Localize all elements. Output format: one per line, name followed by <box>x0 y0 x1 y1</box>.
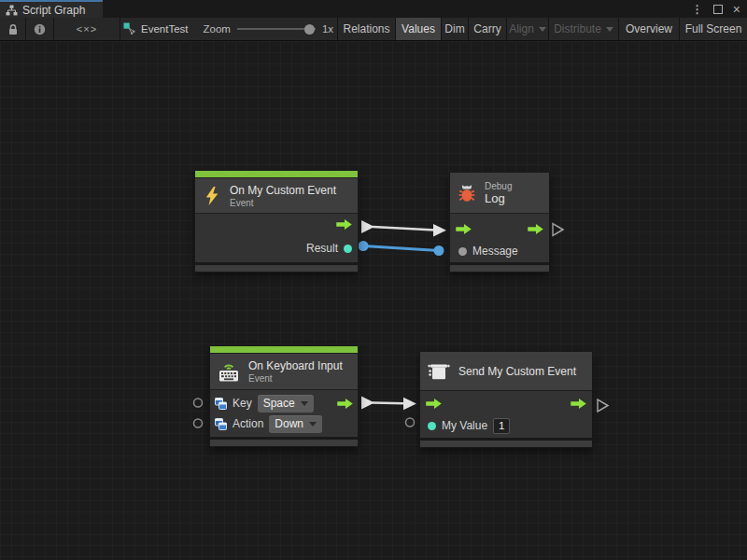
my-value-input[interactable]: 1 <box>493 418 510 434</box>
node-footer <box>450 262 549 272</box>
tab-script-graph[interactable]: Script Graph <box>0 0 103 18</box>
node-debug-log[interactable]: Debug Log Message <box>449 172 550 273</box>
node-title: On My Custom Event <box>230 184 336 197</box>
graph-reference-section: EventTest Zoom 1x <box>120 18 337 40</box>
fullscreen-label: Full Screen <box>685 22 742 35</box>
relations-label: Relations <box>343 22 389 35</box>
chevron-down-icon <box>606 27 613 32</box>
port-label: Result <box>306 242 338 255</box>
port-label: Action <box>233 417 263 430</box>
unconnected-port-circle-key[interactable] <box>194 399 203 407</box>
graph-hierarchy-icon <box>6 5 18 16</box>
dropdown-caret-icon <box>301 401 308 406</box>
node-on-keyboard-input[interactable]: On Keyboard Input Event Key Space Action <box>209 345 359 447</box>
my-value-text: 1 <box>499 420 504 431</box>
toolbar-button-fullscreen[interactable]: Full Screen <box>680 18 747 40</box>
zoom-slider[interactable] <box>237 18 316 40</box>
value-port-dot <box>458 247 467 256</box>
toolbar-button-carry[interactable]: Carry <box>469 18 506 40</box>
event-accent-bar <box>210 346 358 354</box>
lock-button[interactable] <box>0 18 25 40</box>
toolbar-button-dim[interactable]: Dim <box>442 18 468 40</box>
event-accent-bar <box>195 171 358 178</box>
toolbar-button-overview[interactable]: Overview <box>619 18 679 40</box>
info-icon <box>34 23 46 35</box>
keyboard-icon <box>217 360 241 383</box>
exec-continuation-triangle[interactable] <box>553 224 563 236</box>
align-label: Align <box>509 22 534 35</box>
action-dropdown-value: Down <box>275 417 303 430</box>
tab-bar: Script Graph ⋮ × <box>0 0 747 18</box>
node-subtitle: Event <box>248 373 343 384</box>
value-port-dot <box>428 422 436 430</box>
window-menu-icon[interactable]: ⋮ <box>692 3 703 16</box>
exec-input-port[interactable] <box>426 399 442 409</box>
chevron-down-icon <box>539 27 546 32</box>
enum-icon <box>215 398 227 410</box>
exec-output-port[interactable] <box>571 399 586 409</box>
unconnected-port-circle-myvalue[interactable] <box>406 418 415 427</box>
overview-label: Overview <box>626 22 672 35</box>
close-icon[interactable]: × <box>733 3 740 16</box>
value-wire-result-to-message[interactable] <box>359 241 444 256</box>
port-label: Key <box>233 397 252 410</box>
zoom-label: Zoom <box>204 23 231 35</box>
node-send-my-custom-event[interactable]: Send My Custom Event My Value 1 <box>419 351 593 448</box>
toolbar-button-relations[interactable]: Relations <box>338 18 395 40</box>
exec-wire-keyboard-to-send[interactable] <box>361 397 416 411</box>
window-controls: ⋮ × <box>692 0 740 18</box>
port-label: Message <box>472 245 518 258</box>
lock-icon <box>7 23 19 35</box>
dropdown-caret-icon <box>309 422 317 427</box>
node-kicker: Debug <box>485 181 512 191</box>
toolbar-button-values[interactable]: Values <box>396 18 441 40</box>
port-row-key: Key Space <box>215 393 314 413</box>
zoom-value: 1x <box>322 23 333 35</box>
node-subtitle: Event <box>230 198 336 208</box>
script-graph-window: Script Graph ⋮ × <×> <box>0 0 747 560</box>
node-on-my-custom-event[interactable]: On My Custom Event Event Result <box>194 170 359 273</box>
exec-output-port[interactable] <box>336 219 352 230</box>
exec-input-port[interactable] <box>456 224 472 234</box>
key-dropdown[interactable]: Space <box>258 395 314 413</box>
exec-output-port[interactable] <box>528 224 543 234</box>
edit-source-button[interactable]: <×> <box>54 18 120 40</box>
graph-name[interactable]: EventTest <box>141 23 189 35</box>
node-footer <box>195 262 358 272</box>
custom-event-icon <box>427 359 451 384</box>
port-row-action: Action Down <box>215 413 322 434</box>
value-input-port-message[interactable]: Message <box>458 245 518 258</box>
exec-continuation-triangle[interactable] <box>598 399 608 412</box>
action-dropdown[interactable]: Down <box>269 415 322 433</box>
toolbar-button-distribute[interactable]: Distribute <box>549 18 618 40</box>
code-icon: <×> <box>77 23 97 35</box>
distribute-label: Distribute <box>554 22 601 35</box>
maximize-icon[interactable] <box>713 5 723 14</box>
lightning-bolt-icon <box>202 186 222 206</box>
graph-canvas[interactable]: On My Custom Event Event Result <box>0 41 747 560</box>
key-dropdown-value: Space <box>263 397 295 410</box>
node-title: On Keyboard Input <box>248 359 343 372</box>
inspect-button[interactable] <box>26 18 53 40</box>
values-label: Values <box>402 22 435 35</box>
value-output-port-result[interactable]: Result <box>306 242 352 255</box>
bug-icon <box>457 183 477 203</box>
port-row-my-value: My Value 1 <box>428 415 510 436</box>
port-label: My Value <box>442 419 487 432</box>
node-footer <box>420 438 592 447</box>
wires-layer <box>0 41 747 560</box>
unconnected-port-circle-action[interactable] <box>194 419 203 427</box>
dim-label: Dim <box>444 22 464 35</box>
exec-wire-customevent-to-log[interactable] <box>361 220 446 237</box>
value-port-dot <box>344 245 352 253</box>
graph-toolbar: <×> EventTest Zoom 1x Relations Values D… <box>0 18 747 41</box>
zoom-slider-handle[interactable] <box>304 24 315 35</box>
toolbar-button-align[interactable]: Align <box>507 18 548 40</box>
enum-icon <box>215 418 227 430</box>
node-footer <box>210 437 358 446</box>
exec-output-port[interactable] <box>337 399 353 409</box>
carry-label: Carry <box>473 22 500 35</box>
node-title: Log <box>485 191 512 205</box>
tab-label: Script Graph <box>22 4 85 17</box>
node-title: Send My Custom Event <box>458 365 576 378</box>
